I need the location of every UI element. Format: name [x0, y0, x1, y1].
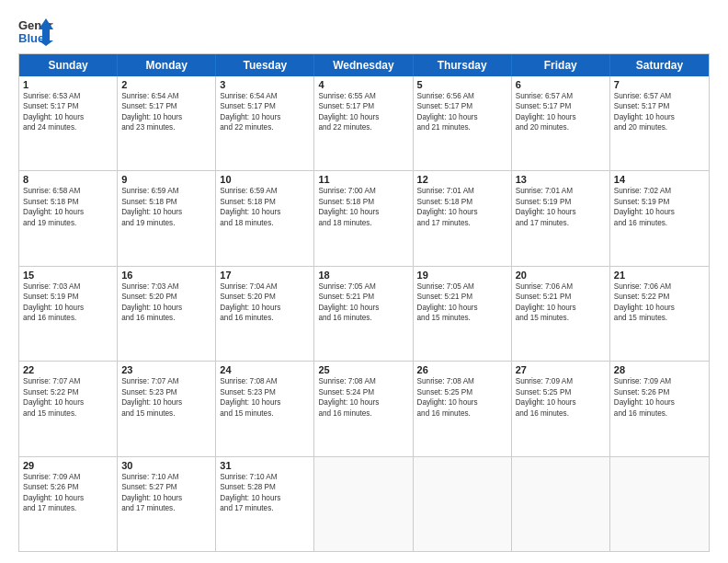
day-number: 1 — [23, 79, 113, 90]
day-number: 9 — [121, 174, 211, 185]
day-number: 2 — [121, 79, 211, 90]
day-info: Sunrise: 7:08 AM Sunset: 5:25 PM Dayligh… — [417, 376, 507, 419]
day-info: Sunrise: 7:01 AM Sunset: 5:18 PM Dayligh… — [417, 186, 507, 228]
calendar-day-cell: 11Sunrise: 7:00 AM Sunset: 5:18 PM Dayli… — [314, 171, 413, 265]
day-info: Sunrise: 6:59 AM Sunset: 5:18 PM Dayligh… — [121, 186, 211, 228]
day-number: 4 — [318, 79, 408, 90]
calendar-day-cell: 9Sunrise: 6:59 AM Sunset: 5:18 PM Daylig… — [118, 171, 216, 265]
day-info: Sunrise: 6:55 AM Sunset: 5:17 PM Dayligh… — [318, 91, 408, 133]
day-info: Sunrise: 7:06 AM Sunset: 5:22 PM Dayligh… — [614, 282, 705, 324]
day-number: 24 — [220, 364, 310, 375]
calendar-day-cell: 13Sunrise: 7:01 AM Sunset: 5:19 PM Dayli… — [512, 171, 610, 265]
day-number: 7 — [614, 79, 705, 90]
empty-cell — [610, 457, 709, 551]
day-number: 19 — [417, 270, 507, 281]
day-info: Sunrise: 7:09 AM Sunset: 5:26 PM Dayligh… — [614, 376, 705, 419]
calendar-day-cell: 10Sunrise: 6:59 AM Sunset: 5:18 PM Dayli… — [216, 171, 314, 265]
calendar-day-cell: 28Sunrise: 7:09 AM Sunset: 5:26 PM Dayli… — [610, 362, 709, 455]
calendar-row: 22Sunrise: 7:07 AM Sunset: 5:22 PM Dayli… — [19, 361, 709, 455]
day-info: Sunrise: 7:09 AM Sunset: 5:26 PM Dayligh… — [23, 472, 113, 514]
day-info: Sunrise: 7:10 AM Sunset: 5:27 PM Dayligh… — [121, 472, 211, 514]
day-info: Sunrise: 7:09 AM Sunset: 5:25 PM Dayligh… — [516, 376, 606, 419]
weekday-header: Monday — [118, 54, 216, 76]
day-number: 31 — [220, 460, 310, 471]
calendar-day-cell: 1Sunrise: 6:53 AM Sunset: 5:17 PM Daylig… — [19, 76, 118, 170]
calendar-body: 1Sunrise: 6:53 AM Sunset: 5:17 PM Daylig… — [19, 76, 709, 551]
calendar-day-cell: 26Sunrise: 7:08 AM Sunset: 5:25 PM Dayli… — [414, 362, 512, 455]
day-info: Sunrise: 7:08 AM Sunset: 5:24 PM Dayligh… — [318, 376, 408, 419]
logo-icon: General Blue — [18, 15, 53, 46]
day-info: Sunrise: 7:06 AM Sunset: 5:21 PM Dayligh… — [516, 282, 606, 324]
day-number: 27 — [516, 364, 606, 375]
calendar-day-cell: 24Sunrise: 7:08 AM Sunset: 5:23 PM Dayli… — [216, 362, 314, 455]
day-number: 6 — [516, 79, 606, 90]
page: General Blue SundayMondayTuesdayWednesda… — [0, 0, 728, 563]
day-info: Sunrise: 7:03 AM Sunset: 5:19 PM Dayligh… — [23, 282, 113, 324]
calendar-day-cell: 3Sunrise: 6:54 AM Sunset: 5:17 PM Daylig… — [216, 76, 314, 170]
calendar-day-cell: 7Sunrise: 6:57 AM Sunset: 5:17 PM Daylig… — [610, 76, 709, 170]
day-info: Sunrise: 6:54 AM Sunset: 5:17 PM Dayligh… — [220, 91, 310, 133]
calendar-day-cell: 21Sunrise: 7:06 AM Sunset: 5:22 PM Dayli… — [610, 267, 709, 361]
calendar-header: SundayMondayTuesdayWednesdayThursdayFrid… — [19, 54, 709, 76]
calendar-row: 15Sunrise: 7:03 AM Sunset: 5:19 PM Dayli… — [19, 266, 709, 361]
calendar-day-cell: 5Sunrise: 6:56 AM Sunset: 5:17 PM Daylig… — [414, 76, 512, 170]
calendar-day-cell: 23Sunrise: 7:07 AM Sunset: 5:23 PM Dayli… — [118, 362, 216, 455]
weekday-header: Friday — [512, 54, 610, 76]
day-info: Sunrise: 7:05 AM Sunset: 5:21 PM Dayligh… — [318, 282, 408, 324]
day-number: 20 — [516, 270, 606, 281]
calendar-day-cell: 29Sunrise: 7:09 AM Sunset: 5:26 PM Dayli… — [19, 457, 118, 551]
day-number: 3 — [220, 79, 310, 90]
calendar-day-cell: 16Sunrise: 7:03 AM Sunset: 5:20 PM Dayli… — [118, 267, 216, 361]
day-info: Sunrise: 6:57 AM Sunset: 5:17 PM Dayligh… — [516, 91, 606, 133]
calendar-day-cell: 6Sunrise: 6:57 AM Sunset: 5:17 PM Daylig… — [512, 76, 610, 170]
logo: General Blue — [18, 15, 53, 46]
day-number: 5 — [417, 79, 507, 90]
calendar-day-cell: 20Sunrise: 7:06 AM Sunset: 5:21 PM Dayli… — [512, 267, 610, 361]
weekday-header: Sunday — [19, 54, 118, 76]
day-number: 29 — [23, 460, 113, 471]
day-info: Sunrise: 7:05 AM Sunset: 5:21 PM Dayligh… — [417, 282, 507, 324]
calendar-day-cell: 18Sunrise: 7:05 AM Sunset: 5:21 PM Dayli… — [314, 267, 413, 361]
day-number: 25 — [318, 364, 408, 375]
calendar-day-cell: 12Sunrise: 7:01 AM Sunset: 5:18 PM Dayli… — [414, 171, 512, 265]
day-number: 11 — [318, 174, 408, 185]
day-info: Sunrise: 7:07 AM Sunset: 5:22 PM Dayligh… — [23, 376, 113, 419]
empty-cell — [512, 457, 610, 551]
day-number: 14 — [614, 174, 705, 185]
empty-cell — [414, 457, 512, 551]
weekday-header: Tuesday — [216, 54, 314, 76]
calendar-day-cell: 2Sunrise: 6:54 AM Sunset: 5:17 PM Daylig… — [118, 76, 216, 170]
day-info: Sunrise: 7:10 AM Sunset: 5:28 PM Dayligh… — [220, 472, 310, 514]
calendar-row: 8Sunrise: 6:58 AM Sunset: 5:18 PM Daylig… — [19, 170, 709, 265]
calendar-day-cell: 4Sunrise: 6:55 AM Sunset: 5:17 PM Daylig… — [314, 76, 413, 170]
day-number: 10 — [220, 174, 310, 185]
day-number: 21 — [614, 270, 705, 281]
calendar-day-cell: 8Sunrise: 6:58 AM Sunset: 5:18 PM Daylig… — [19, 171, 118, 265]
calendar-day-cell: 22Sunrise: 7:07 AM Sunset: 5:22 PM Dayli… — [19, 362, 118, 455]
day-number: 28 — [614, 364, 705, 375]
empty-cell — [314, 457, 413, 551]
day-number: 15 — [23, 270, 113, 281]
calendar-day-cell: 15Sunrise: 7:03 AM Sunset: 5:19 PM Dayli… — [19, 267, 118, 361]
day-info: Sunrise: 6:57 AM Sunset: 5:17 PM Dayligh… — [614, 91, 705, 133]
day-info: Sunrise: 6:53 AM Sunset: 5:17 PM Dayligh… — [23, 91, 113, 133]
calendar-day-cell: 17Sunrise: 7:04 AM Sunset: 5:20 PM Dayli… — [216, 267, 314, 361]
calendar: SundayMondayTuesdayWednesdayThursdayFrid… — [18, 53, 710, 552]
calendar-day-cell: 30Sunrise: 7:10 AM Sunset: 5:27 PM Dayli… — [118, 457, 216, 551]
day-info: Sunrise: 7:08 AM Sunset: 5:23 PM Dayligh… — [220, 376, 310, 419]
weekday-header: Saturday — [610, 54, 709, 76]
day-info: Sunrise: 6:54 AM Sunset: 5:17 PM Dayligh… — [121, 91, 211, 133]
calendar-row: 1Sunrise: 6:53 AM Sunset: 5:17 PM Daylig… — [19, 76, 709, 170]
day-number: 13 — [516, 174, 606, 185]
day-number: 30 — [121, 460, 211, 471]
day-number: 23 — [121, 364, 211, 375]
day-info: Sunrise: 6:58 AM Sunset: 5:18 PM Dayligh… — [23, 186, 113, 228]
day-number: 17 — [220, 270, 310, 281]
day-info: Sunrise: 6:59 AM Sunset: 5:18 PM Dayligh… — [220, 186, 310, 228]
weekday-header: Thursday — [414, 54, 512, 76]
weekday-header: Wednesday — [314, 54, 413, 76]
calendar-day-cell: 31Sunrise: 7:10 AM Sunset: 5:28 PM Dayli… — [216, 457, 314, 551]
day-info: Sunrise: 6:56 AM Sunset: 5:17 PM Dayligh… — [417, 91, 507, 133]
day-info: Sunrise: 7:00 AM Sunset: 5:18 PM Dayligh… — [318, 186, 408, 228]
calendar-day-cell: 14Sunrise: 7:02 AM Sunset: 5:19 PM Dayli… — [610, 171, 709, 265]
